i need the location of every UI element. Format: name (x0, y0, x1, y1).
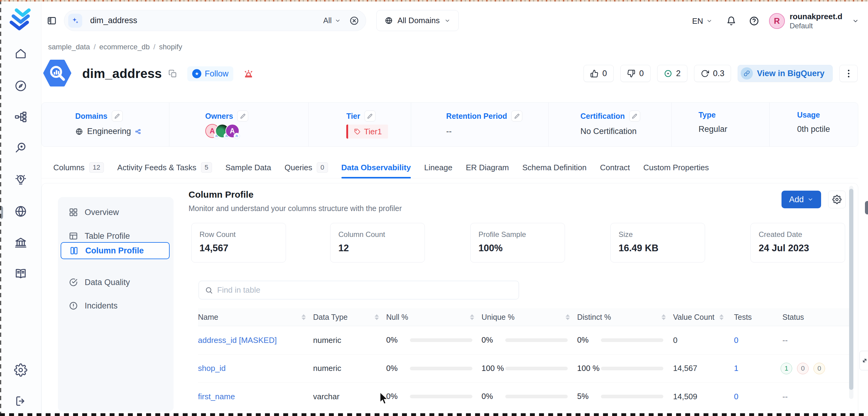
tab-sample-data[interactable]: Sample Data (225, 157, 271, 178)
tier-tag[interactable]: Tier1 (346, 125, 388, 138)
app-window: All All Domains EN R ro (0, 0, 868, 416)
check-circle-icon (69, 278, 78, 287)
downvote-button[interactable]: 0 (620, 65, 651, 82)
find-in-table-input[interactable] (217, 285, 519, 295)
owner-avatar[interactable]: A (225, 124, 239, 138)
profiler-settings-button[interactable] (828, 191, 846, 208)
collapsed-side-widget[interactable] (860, 351, 868, 370)
tests-link[interactable]: 1 (734, 363, 738, 373)
tab-columns[interactable]: Columns12 (53, 157, 104, 178)
breadcrumb-service[interactable]: sample_data (48, 43, 90, 51)
language-selector[interactable]: EN (692, 17, 712, 26)
tests-aborted-badge[interactable]: 0 (813, 363, 825, 374)
tests-link[interactable]: 0 (734, 392, 738, 402)
user-menu[interactable]: rounakpreet.d Default (790, 11, 842, 31)
view-in-source-button[interactable]: View in BigQuery (738, 65, 833, 82)
sidebar-toggle-icon[interactable] (47, 16, 57, 26)
subnav-table-profile[interactable]: Table Profile (61, 228, 169, 244)
add-button[interactable]: Add (781, 191, 821, 208)
tab-lineage[interactable]: Lineage (424, 157, 453, 178)
home-icon[interactable] (14, 47, 27, 60)
subnav-column-profile[interactable]: Column Profile (61, 242, 169, 259)
sort-icon[interactable] (719, 314, 724, 320)
edit-retention-icon[interactable] (512, 110, 522, 122)
logout-icon[interactable] (14, 394, 27, 408)
explore-compass-icon[interactable] (14, 79, 27, 93)
lineage-graph-icon[interactable] (14, 110, 27, 124)
domains-globe-icon[interactable] (14, 205, 27, 218)
col-header-value-count[interactable]: Value Count (673, 313, 734, 322)
subnav-incidents[interactable]: Incidents (61, 298, 169, 314)
edit-owners-icon[interactable] (237, 110, 248, 122)
insights-bulb-icon[interactable] (14, 173, 27, 186)
column-link[interactable]: first_name (198, 392, 235, 402)
tab-activity-feeds[interactable]: Activity Feeds & Tasks5 (117, 157, 212, 178)
search-input[interactable] (90, 16, 323, 25)
settings-gear-icon[interactable] (14, 363, 27, 377)
sort-icon[interactable] (302, 314, 306, 320)
column-link[interactable]: shop_id (198, 363, 226, 373)
table-row: address_id [MASKED] numeric 0% 0% 0% 0 0… (198, 326, 853, 354)
edit-domains-icon[interactable] (112, 110, 123, 122)
sort-icon[interactable] (565, 314, 570, 320)
unique-progress (505, 395, 568, 398)
tests-link[interactable]: 0 (734, 335, 738, 345)
tests-passed-badge[interactable]: 1 (781, 363, 792, 374)
edit-certification-icon[interactable] (629, 110, 640, 122)
clear-search-icon[interactable] (349, 16, 359, 26)
alert-siren-icon[interactable] (243, 68, 254, 79)
col-header-tests[interactable]: Tests (734, 313, 778, 322)
col-header-data-type[interactable]: Data Type (313, 313, 386, 322)
stat-card-created-date: Created Date24 Jul 2023 (750, 223, 845, 262)
tab-queries[interactable]: Queries0 (284, 157, 328, 178)
breadcrumb-schema[interactable]: shopify (159, 43, 182, 51)
alert-circle-icon (69, 301, 78, 310)
recording-border-left (0, 0, 1, 416)
search-scope-dropdown[interactable]: All (323, 16, 341, 25)
user-avatar[interactable]: R (769, 13, 785, 29)
thumbs-down-icon (627, 69, 635, 78)
sort-icon[interactable] (661, 314, 666, 320)
edit-tier-icon[interactable] (365, 110, 375, 122)
subnav-data-quality[interactable]: Data Quality (61, 275, 169, 290)
link-icon (741, 67, 753, 79)
col-header-name[interactable]: Name (198, 313, 313, 322)
top-bar: All All Domains EN R ro (41, 0, 868, 42)
icon-rail (0, 0, 41, 416)
tab-contract[interactable]: Contract (600, 157, 630, 178)
tab-er-diagram[interactable]: ER Diagram (466, 157, 509, 178)
governance-bank-icon[interactable] (14, 236, 27, 249)
tests-failed-badge[interactable]: 0 (797, 363, 809, 374)
col-header-distinct[interactable]: Distinct % (577, 313, 673, 322)
col-header-null[interactable]: Null % (386, 313, 482, 322)
chevron-down-icon[interactable] (852, 18, 859, 24)
global-search-bar[interactable]: All (64, 10, 366, 31)
copy-name-icon[interactable] (168, 69, 177, 78)
more-actions-button[interactable] (839, 65, 858, 82)
notifications-bell-icon[interactable] (726, 16, 736, 26)
app-logo[interactable] (8, 7, 33, 33)
tab-schema-definition[interactable]: Schema Definition (522, 157, 587, 178)
entity-actions: 0 0 2 0.3 View in BigQuery (584, 65, 858, 82)
chevron-down-icon (706, 18, 712, 24)
observability-icon[interactable] (14, 141, 27, 155)
follow-button[interactable]: ★ Follow (187, 66, 233, 81)
tab-data-observability[interactable]: Data Observability (341, 157, 411, 178)
column-link[interactable]: address_id [MASKED] (198, 335, 277, 345)
scrollbar-thumb[interactable] (849, 189, 854, 390)
help-icon[interactable] (749, 16, 759, 26)
col-header-unique[interactable]: Unique % (482, 313, 577, 322)
find-in-table-search[interactable] (198, 281, 519, 299)
domain-link[interactable]: Engineering (87, 127, 131, 136)
sort-icon[interactable] (470, 314, 474, 320)
breadcrumb-database[interactable]: ecommerce_db (99, 43, 150, 51)
all-domains-dropdown[interactable]: All Domains (376, 10, 459, 31)
sort-icon[interactable] (375, 314, 379, 320)
tab-custom-properties[interactable]: Custom Properties (643, 157, 709, 178)
upvote-button[interactable]: 0 (584, 65, 614, 82)
col-header-status[interactable]: Status (778, 313, 853, 322)
glossary-book-icon[interactable] (14, 267, 27, 280)
refresh-score-button[interactable]: 0.3 (694, 65, 731, 82)
views-button[interactable]: 2 (657, 65, 687, 82)
subnav-overview[interactable]: Overview (61, 204, 169, 220)
